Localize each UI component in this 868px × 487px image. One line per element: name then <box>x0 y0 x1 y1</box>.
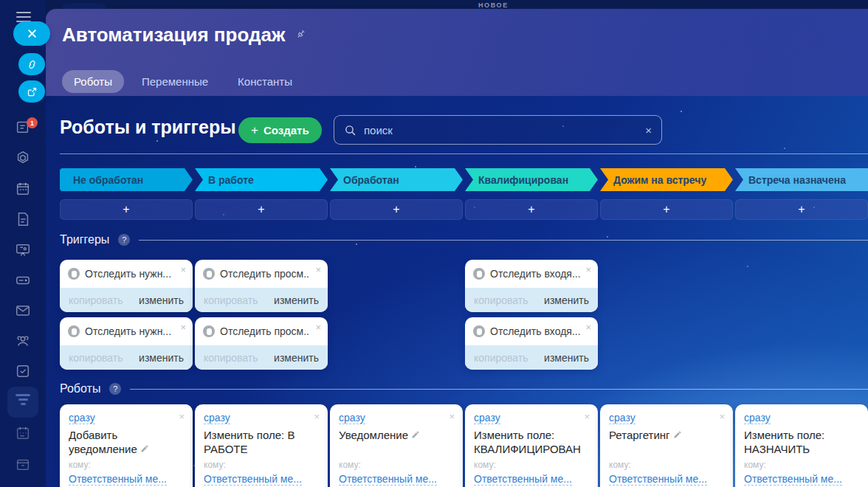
presentation-icon[interactable] <box>15 242 31 258</box>
robots-grid: сразу × Добавить уведомление кому: Ответ… <box>60 404 868 487</box>
add-button[interactable]: + <box>195 199 328 220</box>
tasks-check-icon[interactable] <box>15 363 31 379</box>
edit-pencil-icon[interactable] <box>673 429 682 441</box>
robot-when-link[interactable]: сразу <box>339 412 365 424</box>
close-icon[interactable]: × <box>180 264 186 275</box>
trigger-card[interactable]: Отследить нужн... × копировать изменить <box>60 317 193 370</box>
robot-card[interactable]: сразу Изменить поле: НАЗНАЧИТЬ ВСТРЕЧУ к… <box>735 404 868 487</box>
robot-assignee-link[interactable]: Ответственный ме... <box>609 473 707 486</box>
robot-title: Изменить поле: НАЗНАЧИТЬ ВСТРЕЧУ <box>744 428 859 457</box>
robots-header: Роботы ? <box>60 382 868 396</box>
robot-when-link[interactable]: сразу <box>474 412 500 424</box>
close-icon[interactable]: × <box>179 411 185 422</box>
close-icon[interactable]: × <box>584 411 590 422</box>
copy-link[interactable]: копировать <box>69 352 123 364</box>
robot-title: Добавить уведомление <box>69 428 184 457</box>
search-input[interactable] <box>364 124 638 137</box>
new-label: НОВОЕ <box>478 1 509 9</box>
robot-to-label: кому: <box>474 460 589 470</box>
edit-link[interactable]: изменить <box>544 294 589 306</box>
people-icon[interactable] <box>15 333 31 349</box>
copy-link[interactable]: копировать <box>204 294 258 306</box>
close-icon[interactable]: × <box>449 411 455 422</box>
robot-assignee-link[interactable]: Ответственный ме... <box>744 473 842 486</box>
pin-icon[interactable] <box>291 26 309 45</box>
edit-link[interactable]: изменить <box>139 294 184 306</box>
robot-card[interactable]: сразу × Изменить поле: КВАЛИФИЦИРОВАН ко… <box>465 404 598 487</box>
archive-icon[interactable] <box>15 456 31 472</box>
robot-when-link[interactable]: сразу <box>609 412 636 424</box>
help-icon[interactable]: ? <box>118 234 130 246</box>
plus-icon: + <box>251 123 258 138</box>
tab-robots[interactable]: Роботы <box>62 70 124 93</box>
close-icon[interactable]: × <box>314 411 320 422</box>
stage-dozhim[interactable]: Дожим на встречу <box>600 168 733 191</box>
menu-icon[interactable] <box>16 12 31 22</box>
robot-assignee-link[interactable]: Ответственный ме... <box>474 473 572 486</box>
edit-pencil-icon[interactable] <box>411 429 420 441</box>
robot-card[interactable]: сразу × Уведомление кому: Ответственный … <box>330 404 463 487</box>
close-icon[interactable]: × <box>180 322 186 333</box>
document-icon[interactable] <box>15 211 31 227</box>
funnel-icon <box>15 394 31 410</box>
stage-vstrecha[interactable]: Встреча назначена <box>735 168 868 191</box>
stage-kvalifitsirovan[interactable]: Квалифицирован <box>465 168 598 191</box>
robot-card[interactable]: сразу × Ретаргетинг кому: Ответственный … <box>600 404 733 487</box>
modal-body: Роботы и триггеры + Создать × Не обработ… <box>46 96 868 487</box>
close-icon[interactable]: × <box>719 411 725 422</box>
robot-when-link[interactable]: сразу <box>69 412 95 424</box>
edit-link[interactable]: изменить <box>274 352 319 364</box>
external-link-button[interactable] <box>18 80 45 103</box>
robot-when-link[interactable]: сразу <box>204 412 230 424</box>
copy-link[interactable]: копировать <box>474 352 528 364</box>
add-button[interactable]: + <box>465 199 598 220</box>
trigger-card[interactable]: Отследить входя... × копировать изменить <box>465 260 598 312</box>
edit-link[interactable]: изменить <box>139 352 184 364</box>
robot-assignee-link[interactable]: Ответственный ме... <box>339 473 437 486</box>
add-button[interactable]: + <box>60 199 193 220</box>
edit-pencil-icon[interactable] <box>140 443 149 455</box>
robot-to-label: кому: <box>204 460 319 470</box>
add-button[interactable]: + <box>330 199 463 220</box>
close-icon[interactable]: × <box>315 322 321 333</box>
trigger-card[interactable]: Отследить входя... × копировать изменить <box>465 317 598 370</box>
edit-link[interactable]: изменить <box>544 352 589 364</box>
robots-title: Роботы <box>60 382 100 396</box>
robot-assignee-link[interactable]: Ответственный ме... <box>204 473 302 486</box>
close-icon[interactable]: × <box>315 264 321 275</box>
tab-constants[interactable]: Константы <box>226 70 304 93</box>
calendar-icon[interactable] <box>15 181 31 197</box>
trigger-card[interactable]: Отследить просм... × копировать изменить <box>195 317 328 370</box>
search-clear-icon[interactable]: × <box>645 124 652 137</box>
section-heading: Роботы и триггеры <box>60 117 236 138</box>
trigger-card[interactable]: Отследить нужн... × копировать изменить <box>60 260 193 312</box>
robot-to-label: кому: <box>69 460 184 470</box>
hexagon-apps-icon[interactable] <box>15 150 31 166</box>
triggers-header: Триггеры ? <box>60 233 868 246</box>
mail-icon[interactable] <box>15 303 31 319</box>
copy-link[interactable]: копировать <box>204 352 258 364</box>
robot-when-link[interactable]: сразу <box>744 412 771 424</box>
robot-card[interactable]: сразу × Добавить уведомление кому: Ответ… <box>60 404 193 487</box>
close-icon[interactable]: × <box>585 322 591 333</box>
link-button[interactable] <box>18 53 45 75</box>
stage-v-rabote[interactable]: В работе <box>195 168 328 191</box>
close-hints-button[interactable] <box>13 21 50 46</box>
tab-variables[interactable]: Переменные <box>130 70 220 93</box>
copy-link[interactable]: копировать <box>474 294 528 306</box>
stage-obrabotan[interactable]: Обработан <box>330 168 463 191</box>
add-button[interactable]: + <box>735 199 868 220</box>
help-icon[interactable]: ? <box>109 383 121 395</box>
drive-icon[interactable] <box>15 272 31 289</box>
planner-icon[interactable] <box>15 425 31 441</box>
divider <box>60 153 868 154</box>
robot-assignee-link[interactable]: Ответственный ме... <box>69 473 167 486</box>
stage-ne-obrabotan[interactable]: Не обработан <box>60 168 193 191</box>
create-button[interactable]: + Создать <box>238 117 322 143</box>
robot-card[interactable]: сразу × Изменить поле: В РАБОТЕ кому: От… <box>195 404 328 487</box>
copy-link[interactable]: копировать <box>69 294 123 306</box>
trigger-card[interactable]: Отследить просм... × копировать изменить <box>195 260 328 312</box>
edit-link[interactable]: изменить <box>274 294 319 306</box>
close-icon[interactable]: × <box>585 264 591 275</box>
add-button[interactable]: + <box>600 199 733 220</box>
